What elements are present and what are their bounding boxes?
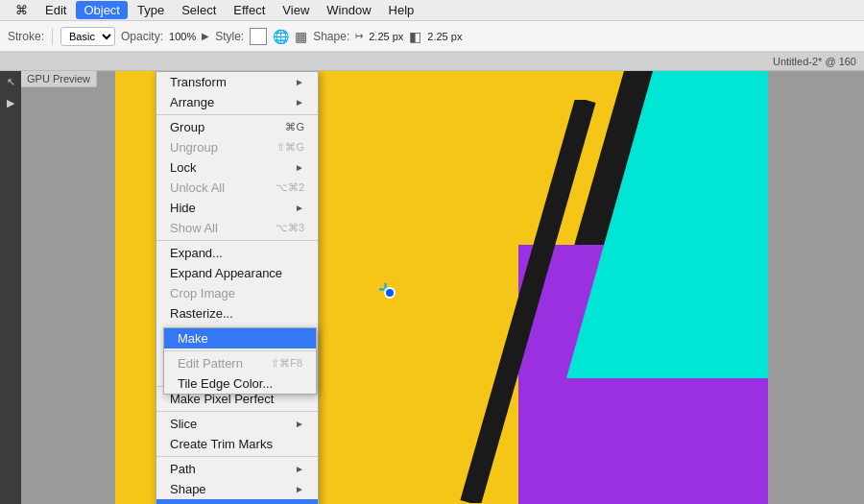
- menu-item-expand-appearance[interactable]: Expand Appearance: [156, 263, 318, 283]
- menu-bar: ⌘ Edit Object Type Select Effect View Wi…: [0, 0, 864, 21]
- opacity-arrow[interactable]: ▶: [202, 31, 209, 41]
- stroke-label: Stroke:: [8, 30, 44, 43]
- basic-select[interactable]: Basic: [60, 27, 115, 46]
- menu-help[interactable]: Help: [381, 1, 422, 19]
- selection-center-dot: [384, 287, 396, 299]
- menu-item-crop-image[interactable]: Crop Image: [156, 283, 318, 303]
- submenu-item-tile-edge-color[interactable]: Tile Edge Color...: [164, 373, 316, 394]
- shape-label: Shape:: [313, 30, 349, 43]
- submenu-item-edit-pattern[interactable]: Edit Pattern ⇧⌘F8: [164, 353, 316, 373]
- shape-value: 2.25 px: [369, 31, 403, 42]
- arrow-icon: ►: [295, 484, 304, 494]
- menu-window[interactable]: Window: [319, 1, 378, 19]
- menu-item-hide[interactable]: Hide ►: [156, 198, 318, 218]
- diagonal-stroke: [374, 100, 758, 503]
- menu-item-group[interactable]: Group ⌘G: [156, 117, 318, 137]
- menu-item-shape[interactable]: Shape ►: [156, 479, 318, 499]
- menu-effect[interactable]: Effect: [226, 1, 273, 19]
- menu-item-pattern[interactable]: Pattern ►: [156, 499, 318, 504]
- svg-line-2: [470, 100, 586, 503]
- opacity-label: Opacity:: [121, 30, 163, 43]
- menu-sep: [156, 411, 318, 412]
- menu-item-unlock-all[interactable]: Unlock All ⌥⌘2: [156, 178, 318, 198]
- toolbar: Stroke: Basic Opacity: 100% ▶ Style: 🌐 ▦…: [0, 21, 864, 52]
- arrow-icon: ►: [295, 203, 304, 213]
- style-label: Style:: [215, 30, 244, 43]
- object-menu-dropdown: Transform ► Arrange ► Group ⌘G Ungroup ⇧…: [156, 71, 319, 504]
- left-sidebar: ↖ ▶: [0, 71, 21, 504]
- style-box[interactable]: [250, 28, 267, 45]
- selection-handle: ✛: [374, 277, 403, 306]
- edit-pattern-shortcut: ⇧⌘F8: [271, 357, 302, 370]
- menu-item-arrange[interactable]: Arrange ►: [156, 92, 318, 112]
- arrow-icon: ►: [295, 77, 304, 87]
- menu-item-create-trim-marks[interactable]: Create Trim Marks: [156, 434, 318, 454]
- title-text: Untitled-2* @ 160: [773, 56, 856, 67]
- menu-type[interactable]: Type: [130, 1, 172, 19]
- menu-sep: [156, 114, 318, 115]
- globe-icon: 🌐: [273, 29, 289, 44]
- arrow-icon: ►: [295, 162, 304, 173]
- arrow-icon: ►: [295, 419, 304, 429]
- menu-sep: [156, 456, 318, 457]
- menu-item-slice[interactable]: Slice ►: [156, 414, 318, 434]
- title-bar: Untitled-2* @ 160: [0, 52, 864, 71]
- menu-item-transform[interactable]: Transform ►: [156, 72, 318, 92]
- menu-sep: [156, 240, 318, 241]
- grid-icon: ▦: [295, 29, 307, 44]
- opacity-value: 100%: [169, 31, 196, 42]
- menu-item-expand[interactable]: Expand...: [156, 243, 318, 263]
- menu-item-rasterize[interactable]: Rasterize...: [156, 303, 318, 324]
- shape-expand-icon: ↦: [355, 31, 363, 41]
- pattern-submenu: Make Edit Pattern ⇧⌘F8 Tile Edge Color..…: [163, 327, 317, 395]
- toolbar-sep-1: [52, 28, 53, 45]
- menu-object[interactable]: Object: [76, 1, 128, 19]
- gpu-preview-tab[interactable]: GPU Preview: [21, 71, 97, 87]
- arrow-icon: ►: [295, 464, 304, 474]
- submenu-sep: [164, 350, 316, 351]
- menu-item-lock[interactable]: Lock ►: [156, 157, 318, 178]
- sidebar-tool-arrow[interactable]: ↖: [0, 71, 21, 92]
- menu-edit[interactable]: Edit: [37, 1, 74, 19]
- menu-item-path[interactable]: Path ►: [156, 459, 318, 479]
- sidebar-tool-direct[interactable]: ▶: [0, 92, 21, 113]
- menu-item-show-all[interactable]: Show All ⌥⌘3: [156, 218, 318, 238]
- menu-item-ungroup[interactable]: Ungroup ⇧⌘G: [156, 137, 318, 157]
- menu-apple[interactable]: ⌘: [8, 1, 36, 19]
- canvas-area: ↖ ▶ GPU Preview: [0, 71, 864, 504]
- menu-view[interactable]: View: [275, 1, 317, 19]
- submenu-item-make[interactable]: Make: [164, 328, 316, 348]
- arrow-icon: ►: [295, 97, 304, 108]
- width-icon: ◧: [409, 29, 421, 44]
- menu-select[interactable]: Select: [174, 1, 224, 19]
- width-value: 2.25 px: [427, 31, 462, 42]
